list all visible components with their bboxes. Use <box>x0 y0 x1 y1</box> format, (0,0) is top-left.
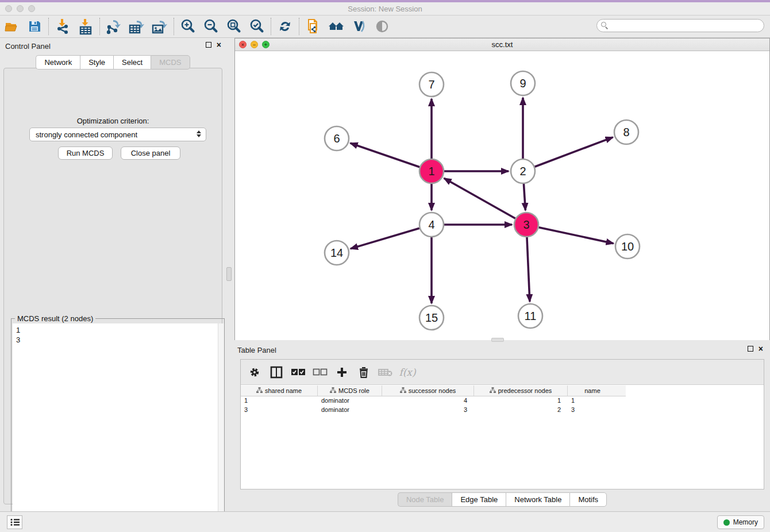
table-cell[interactable]: dominator <box>318 396 382 406</box>
optimization-criterion-value: strongly connected component <box>36 130 137 139</box>
tab-style[interactable]: Style <box>80 55 113 70</box>
close-panel-icon[interactable]: × <box>217 42 221 48</box>
control-panel: Control Panel × NetworkStyleSelectMCDS O… <box>0 38 226 512</box>
mcds-result-list[interactable]: 13 <box>13 323 224 532</box>
column-tree-icon <box>256 387 263 394</box>
node-2[interactable]: 2 <box>511 159 535 183</box>
delete-column-icon[interactable] <box>376 363 395 382</box>
column-header-shared-name[interactable]: shared name <box>241 385 318 396</box>
select-all-icon[interactable] <box>289 363 307 382</box>
export-image-icon[interactable] <box>148 17 171 36</box>
open-session-icon[interactable] <box>0 17 23 36</box>
node-11[interactable]: 11 <box>518 304 542 328</box>
table-cell[interactable]: 3 <box>241 406 318 415</box>
float-table-panel-icon[interactable] <box>748 346 753 352</box>
node-4[interactable]: 4 <box>419 213 444 237</box>
edge-4-14[interactable] <box>351 228 419 249</box>
table-cell[interactable]: 3 <box>568 406 617 415</box>
tab-edge-table[interactable]: Edge Table <box>452 492 506 507</box>
close-table-panel-icon[interactable]: × <box>759 346 763 352</box>
node-9[interactable]: 9 <box>511 71 535 95</box>
table-cell[interactable]: 4 <box>382 396 474 406</box>
tab-network[interactable]: Network <box>36 55 80 70</box>
control-panel-tabs: NetworkStyleSelectMCDS <box>0 55 226 70</box>
run-mcds-button[interactable]: Run MCDS <box>58 147 113 160</box>
zoom-fit-icon[interactable] <box>222 17 245 36</box>
function-builder-icon[interactable]: f(x) <box>398 363 417 382</box>
node-14[interactable]: 14 <box>325 241 349 265</box>
toolbar-separator <box>99 18 100 35</box>
import-table-icon[interactable] <box>74 17 97 36</box>
add-row-icon[interactable] <box>333 363 351 382</box>
table-panel: Table Panel × <box>234 342 770 511</box>
column-header-predecessor-nodes[interactable]: predecessor nodes <box>474 385 568 396</box>
node-15[interactable]: 15 <box>419 306 444 330</box>
node-10[interactable]: 10 <box>615 234 640 259</box>
toolbar-separator <box>48 18 49 35</box>
zoom-in-icon[interactable] <box>176 17 199 36</box>
search-input[interactable] <box>596 19 764 32</box>
network-window-title: scc.txt <box>235 40 769 49</box>
unselect-all-icon[interactable] <box>311 363 329 382</box>
node-6[interactable]: 6 <box>325 126 349 151</box>
table-header-row[interactable]: shared nameMCDS rolesuccessor nodesprede… <box>241 385 626 396</box>
network-scrollbar-grip[interactable] <box>491 338 504 342</box>
table-cell[interactable]: 1 <box>241 396 318 406</box>
tab-network-table[interactable]: Network Table <box>506 492 569 507</box>
node-7[interactable]: 7 <box>419 72 444 97</box>
vizmapper-icon[interactable] <box>348 17 371 36</box>
table-cell[interactable]: 1 <box>474 396 568 406</box>
close-panel-button[interactable]: Close panel <box>121 147 180 160</box>
column-header-MCDS-role[interactable]: MCDS role <box>318 385 382 396</box>
edge-3-10[interactable] <box>539 228 614 244</box>
node-3[interactable]: 3 <box>514 213 538 237</box>
settings-gear-icon[interactable] <box>245 363 264 382</box>
delete-row-trash-icon[interactable] <box>355 363 373 382</box>
zoom-out-icon[interactable] <box>199 17 222 36</box>
result-scrollbar[interactable] <box>218 323 224 532</box>
table-cell[interactable]: dominator <box>318 406 382 415</box>
import-network-icon[interactable] <box>51 17 74 36</box>
control-panel-title: Control Panel <box>5 42 51 51</box>
column-tree-icon <box>490 387 496 394</box>
node-8[interactable]: 8 <box>614 120 638 144</box>
node-table[interactable]: shared nameMCDS rolesuccessor nodesprede… <box>241 385 626 415</box>
svg-text:10: 10 <box>621 240 634 253</box>
node-1[interactable]: 1 <box>419 159 444 183</box>
table-row[interactable]: 3dominator323 <box>241 406 626 415</box>
cybrowser-home-icon[interactable] <box>325 17 348 36</box>
tab-node-table[interactable]: Node Table <box>398 492 452 507</box>
optimization-criterion-select[interactable]: strongly connected component <box>29 128 206 141</box>
table-cell[interactable]: 1 <box>568 396 617 406</box>
float-panel-icon[interactable] <box>206 42 211 48</box>
edge-1-6[interactable] <box>351 143 420 167</box>
zoom-selected-icon[interactable] <box>245 17 268 36</box>
edge-3-1[interactable] <box>444 178 515 218</box>
table-tabs: Node TableEdge TableNetwork TableMotifs <box>234 492 770 507</box>
show-column-icon[interactable] <box>267 363 286 382</box>
svg-text:2: 2 <box>519 165 526 178</box>
memory-label: Memory <box>733 518 758 526</box>
copy-network-icon[interactable] <box>302 17 325 36</box>
task-history-button[interactable] <box>7 515 22 529</box>
hide-panel-eye-icon[interactable] <box>371 17 394 36</box>
edge-2-3[interactable] <box>523 184 525 210</box>
export-network-icon[interactable] <box>102 17 125 36</box>
network-window-titlebar[interactable]: × − + scc.txt <box>235 38 769 51</box>
refresh-icon[interactable] <box>274 17 297 36</box>
memory-button[interactable]: Memory <box>717 515 764 529</box>
table-cell[interactable]: 2 <box>474 406 568 415</box>
column-header-name[interactable]: name <box>568 385 617 396</box>
panel-splitter-grip[interactable] <box>226 267 232 281</box>
edge-2-8[interactable] <box>535 137 613 167</box>
tab-motifs[interactable]: Motifs <box>569 492 607 507</box>
save-session-icon[interactable] <box>23 17 46 36</box>
tab-select[interactable]: Select <box>113 55 151 70</box>
network-canvas[interactable]: 7968124314101511 <box>235 51 769 340</box>
edge-3-11[interactable] <box>527 237 530 302</box>
column-header-successor-nodes[interactable]: successor nodes <box>382 385 474 396</box>
table-row[interactable]: 1dominator411 <box>241 396 626 406</box>
table-cell[interactable]: 3 <box>382 406 474 415</box>
export-table-icon[interactable] <box>125 17 148 36</box>
tab-mcds[interactable]: MCDS <box>151 55 190 70</box>
